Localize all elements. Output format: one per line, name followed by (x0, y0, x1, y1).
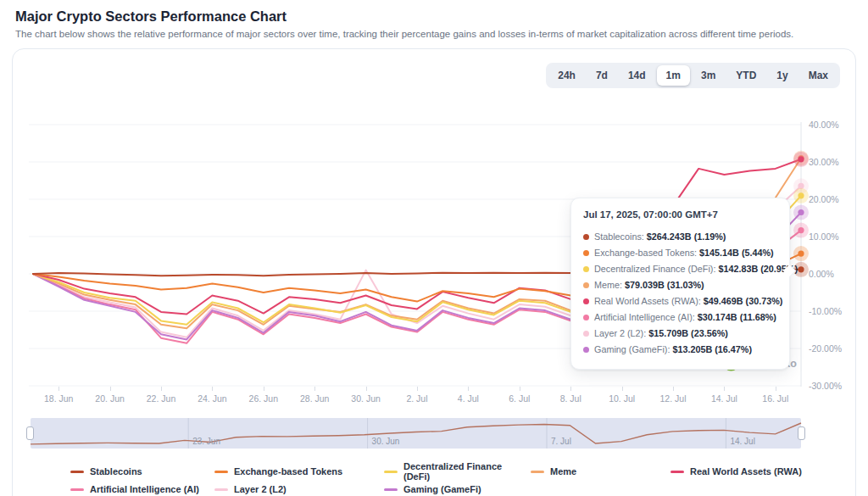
page-title: Major Crypto Sectors Performance Chart (15, 8, 868, 25)
x-axis-tick (776, 387, 776, 391)
tooltip-series-dot (583, 298, 589, 304)
legend-item-real-world-assets-rwa[interactable]: Real World Assets (RWA) (670, 461, 855, 482)
legend-item-meme[interactable]: Meme (531, 461, 670, 482)
legend-color-dash (214, 471, 228, 473)
navigator-handle-left[interactable] (26, 426, 34, 440)
x-axis-tick (673, 387, 674, 391)
chart-legend: StablecoinsExchange-based TokensDecentra… (13, 461, 855, 494)
x-axis-tick (366, 387, 367, 391)
x-axis-tick (314, 387, 315, 391)
page-subtitle: The chart below shows the relative perfo… (15, 29, 868, 39)
x-axis-label: 6. Jul (509, 393, 530, 404)
range-button-3m[interactable]: 3m (692, 65, 725, 86)
y-axis-label: -20.00% (809, 343, 858, 354)
x-axis-label: 30. Jun (351, 393, 380, 404)
tooltip-series-value: $79.039B (31.03%) (625, 280, 704, 290)
chart-tooltip: Jul 17, 2025, 07:00:00 GMT+7 Stablecoins… (570, 198, 790, 370)
tooltip-row-layer-2-l2: Layer 2 (L2): $15.709B (23.56%) (583, 326, 777, 342)
x-axis-tick (161, 387, 162, 391)
x-axis-label: 24. Jun (198, 393, 226, 404)
x-axis-label: 4. Jul (458, 393, 479, 404)
tooltip-row-exchange-based-tokens: Exchange-based Tokens: $145.14B (5.44%) (583, 245, 777, 261)
x-axis-tick (264, 387, 264, 391)
endpoint-dot-decentralized-finance-defi[interactable] (798, 192, 804, 198)
tooltip-row-artificial-intelligence-ai: Artificial Intelligence (AI): $30.174B (… (583, 309, 777, 326)
x-axis-label: 14. Jul (711, 393, 737, 404)
y-axis-label: 0.00% (809, 269, 858, 279)
x-axis-tick (520, 387, 520, 391)
legend-item-gaming-gamefi[interactable]: Gaming (GameFi) (384, 484, 531, 494)
tooltip-series-dot (583, 234, 589, 240)
legend-color-dash (214, 488, 228, 491)
range-toolbar: 24h7d14d1m3mYTD1yMax (546, 63, 840, 88)
x-axis-tick (212, 387, 213, 391)
tooltip-series-dot (583, 315, 589, 320)
navigator-line (31, 423, 801, 444)
y-axis-label: 30.00% (809, 157, 858, 167)
legend-label: Stablecoins (90, 466, 142, 476)
range-button-7d[interactable]: 7d (587, 65, 617, 86)
range-button-ytd[interactable]: YTD (726, 65, 765, 86)
x-axis-tick (570, 387, 571, 391)
legend-item-stablecoins[interactable]: Stablecoins (70, 461, 214, 482)
chart-card: 24h7d14d1m3mYTD1yMax 40.00%30.00%20.00%1… (12, 48, 856, 496)
y-axis-label: 10.00% (809, 231, 858, 242)
tooltip-series-value: $30.174B (11.68%) (698, 312, 776, 322)
x-axis-tick (622, 387, 623, 391)
x-axis-label: 16. Jul (762, 393, 788, 404)
endpoint-dot-stablecoins[interactable] (798, 266, 804, 272)
tooltip-row-decentralized-finance-defi: Decentralized Finance (DeFi): $142.83B (… (583, 261, 777, 277)
x-axis-tick (58, 387, 59, 391)
tooltip-series-value: $264.243B (1.19%) (647, 231, 726, 242)
navigator-date-label: 14. Jul (730, 437, 754, 446)
x-axis-label: 18. Jun (44, 393, 73, 404)
tooltip-series-dot (583, 347, 589, 353)
legend-item-decentralized-finance-defi[interactable]: Decentralized Finance (DeFi) (384, 461, 531, 482)
range-button-1m[interactable]: 1m (657, 65, 690, 86)
endpoint-dot-real-world-assets-rwa[interactable] (798, 156, 804, 162)
x-axis-tick (724, 387, 725, 391)
legend-color-dash (70, 471, 84, 473)
endpoint-dot-gaming-gamefi[interactable] (798, 209, 804, 215)
legend-label: Exchange-based Tokens (234, 466, 342, 476)
tooltip-timestamp: Jul 17, 2025, 07:00:00 GMT+7 (583, 209, 777, 220)
navigator-date-label: 30. Jun (372, 437, 400, 446)
navigator-handle-right[interactable] (798, 426, 805, 440)
x-axis-tick (417, 387, 418, 391)
legend-color-dash (670, 471, 684, 473)
tooltip-rows: Stablecoins: $264.243B (1.19%)Exchange-b… (583, 229, 777, 358)
legend-item-exchange-based-tokens[interactable]: Exchange-based Tokens (214, 461, 384, 482)
tooltip-row-real-world-assets-rwa: Real World Assets (RWA): $49.469B (30.73… (583, 293, 777, 309)
x-axis-label: 20. Jun (95, 393, 124, 404)
legend-item-artificial-intelligence-ai[interactable]: Artificial Intelligence (AI) (70, 484, 214, 494)
range-button-1y[interactable]: 1y (767, 65, 797, 86)
navigator-mini-chart (31, 418, 801, 449)
tooltip-series-dot (583, 331, 589, 337)
legend-label: Meme (550, 466, 576, 476)
x-axis-label: 2. Jul (406, 393, 427, 404)
y-axis-label: 40.00% (809, 120, 858, 130)
x-axis-label: 12. Jul (660, 393, 687, 404)
range-navigator[interactable]: 23. Jun30. Jun7. Jul14. Jul (31, 418, 801, 449)
legend-item-layer-2-l2[interactable]: Layer 2 (L2) (214, 484, 384, 494)
x-axis-tick (110, 387, 111, 391)
range-button-max[interactable]: Max (799, 65, 837, 86)
range-button-14d[interactable]: 14d (619, 65, 655, 86)
x-axis: 18. Jun20. Jun22. Jun24. Jun26. Jun28. J… (13, 387, 855, 409)
endpoint-dot-artificial-intelligence-ai[interactable] (798, 227, 804, 233)
range-button-24h[interactable]: 24h (548, 65, 585, 86)
tooltip-series-value: $49.469B (30.73%) (704, 296, 783, 306)
x-axis-label: 22. Jun (147, 393, 175, 404)
y-axis-label: -10.00% (809, 306, 858, 316)
navigator-date-label: 7. Jul (551, 437, 571, 446)
chart-plot-area[interactable]: 40.00%30.00%20.00%10.00%0.00%-10.00%-20.… (13, 107, 855, 387)
x-axis-label: 8. Jul (560, 393, 581, 404)
x-axis-label: 28. Jun (300, 393, 329, 404)
range-buttons: 24h7d14d1m3mYTD1yMax (546, 63, 840, 88)
tooltip-series-value: $13.205B (16.47%) (672, 344, 752, 354)
legend-label: Decentralized Finance (DeFi) (403, 461, 531, 482)
endpoint-dot-exchange-based-tokens[interactable] (798, 251, 804, 257)
legend-label: Artificial Intelligence (AI) (90, 484, 199, 494)
tooltip-row-stablecoins: Stablecoins: $264.243B (1.19%) (583, 229, 777, 245)
legend-label: Real World Assets (RWA) (690, 466, 802, 476)
